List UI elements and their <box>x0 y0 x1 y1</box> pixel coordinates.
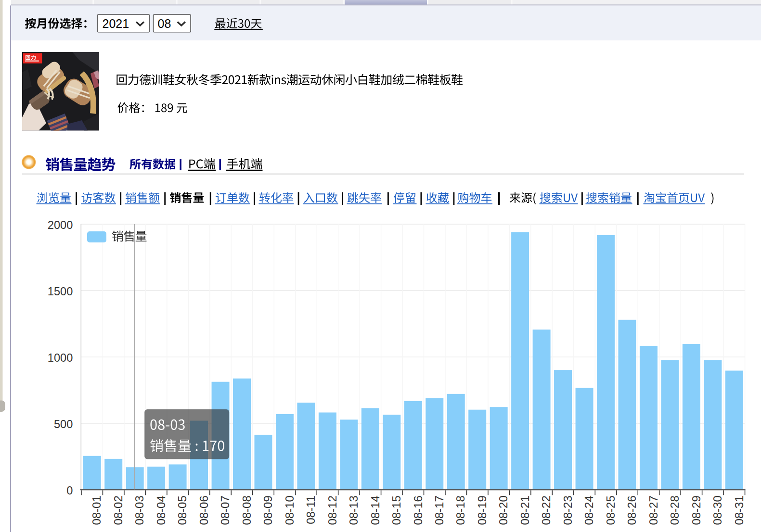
svg-text:08-23: 08-23 <box>561 495 574 525</box>
svg-text:0: 0 <box>66 484 73 497</box>
svg-text:2021: 2021 <box>103 17 129 30</box>
svg-text:08-24: 08-24 <box>582 495 595 525</box>
svg-text:500: 500 <box>54 418 73 431</box>
svg-text:08-21: 08-21 <box>518 495 531 525</box>
svg-text:08-28: 08-28 <box>668 495 681 525</box>
svg-text:08-09: 08-09 <box>261 495 274 525</box>
svg-text:08-22: 08-22 <box>540 495 553 525</box>
svg-text:08-31: 08-31 <box>733 495 746 525</box>
svg-text:1000: 1000 <box>48 352 73 364</box>
svg-text:08-04: 08-04 <box>155 495 168 525</box>
svg-text:08: 08 <box>158 17 171 30</box>
svg-text:2000: 2000 <box>48 219 73 231</box>
svg-text:08-12: 08-12 <box>326 495 339 525</box>
svg-text:1500: 1500 <box>48 285 73 298</box>
svg-text:08-27: 08-27 <box>647 495 660 525</box>
svg-text:08-05: 08-05 <box>176 495 189 525</box>
svg-text:08-15: 08-15 <box>390 495 403 525</box>
svg-text:08-17: 08-17 <box>433 495 446 525</box>
svg-text:08-01: 08-01 <box>90 495 103 525</box>
svg-text:08-10: 08-10 <box>283 495 296 525</box>
svg-text:08-11: 08-11 <box>304 495 317 524</box>
svg-text:08-18: 08-18 <box>454 495 467 525</box>
svg-text:08-29: 08-29 <box>690 495 703 525</box>
svg-text:08-07: 08-07 <box>219 495 232 525</box>
svg-text:08-25: 08-25 <box>604 495 617 525</box>
svg-text:08-30: 08-30 <box>711 495 724 525</box>
svg-text:08-06: 08-06 <box>197 495 210 525</box>
svg-text:08-13: 08-13 <box>347 495 360 525</box>
svg-text:08-16: 08-16 <box>412 495 425 525</box>
svg-text:08-14: 08-14 <box>369 495 382 525</box>
svg-text:08-20: 08-20 <box>497 495 510 525</box>
svg-text:08-03: 08-03 <box>133 495 146 525</box>
svg-text:08-08: 08-08 <box>240 495 253 525</box>
svg-text:08-19: 08-19 <box>476 495 489 525</box>
svg-text:08-02: 08-02 <box>112 495 125 525</box>
svg-text:08-26: 08-26 <box>625 495 638 525</box>
